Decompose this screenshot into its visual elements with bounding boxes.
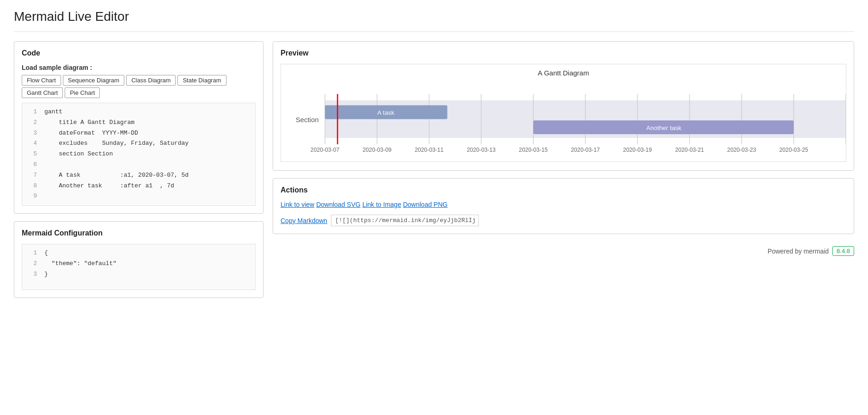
code-line-5: 5 section Section [22, 149, 255, 160]
markdown-row: Copy Markdown [281, 215, 846, 226]
code-line-7: 7 A task :a1, 2020-03-07, 5d [22, 170, 255, 181]
code-line-4: 4 excludes Sunday, Friday, Saturday [22, 138, 255, 149]
pie-chart-btn[interactable]: Pie Chart [65, 87, 100, 98]
svg-text:2020-03-23: 2020-03-23 [727, 147, 756, 153]
config-line-3: 3 } [22, 269, 255, 280]
config-panel: Mermaid Configuration 1 { 2 "theme": "de… [14, 221, 263, 298]
config-line-1: 1 { [22, 248, 255, 259]
svg-text:2020-03-19: 2020-03-19 [623, 147, 652, 153]
code-line-1: 1 gantt [22, 107, 255, 118]
main-layout: Code Load sample diagram : Flow Chart Se… [14, 41, 854, 298]
sequence-diagram-btn[interactable]: Sequence Diagram [63, 75, 124, 86]
sample-buttons-row2: Gantt Chart Pie Chart [22, 87, 256, 98]
gantt-chart-btn[interactable]: Gantt Chart [22, 87, 63, 98]
powered-by-text: Powered by mermaid [768, 248, 829, 255]
flow-chart-btn[interactable]: Flow Chart [22, 75, 61, 86]
sample-buttons-row1: Flow Chart Sequence Diagram Class Diagra… [22, 75, 256, 86]
svg-text:2020-03-07: 2020-03-07 [311, 147, 340, 153]
markdown-input[interactable] [331, 215, 479, 226]
config-panel-title: Mermaid Configuration [22, 229, 256, 237]
link-to-image-btn[interactable]: Link to Image [362, 201, 401, 208]
state-diagram-btn[interactable]: State Diagram [177, 75, 226, 86]
gantt-section-label: Section [296, 116, 319, 124]
class-diagram-btn[interactable]: Class Diagram [126, 75, 176, 86]
config-line-2: 2 "theme": "default" [22, 259, 255, 269]
svg-text:2020-03-13: 2020-03-13 [467, 147, 496, 153]
code-line-6: 6 [22, 160, 255, 170]
svg-text:2020-03-15: 2020-03-15 [519, 147, 548, 153]
gantt-svg: Section A task Another task 2020-03-07 2… [281, 81, 846, 157]
svg-text:2020-03-09: 2020-03-09 [363, 147, 392, 153]
gantt-task2-label: Another task [646, 124, 681, 131]
svg-text:2020-03-21: 2020-03-21 [675, 147, 704, 153]
copy-markdown-btn[interactable]: Copy Markdown [281, 217, 327, 224]
code-panel-title: Code [22, 49, 256, 57]
gantt-container: A Gantt Diagram [281, 64, 846, 162]
code-line-8: 8 Another task :after a1 , 7d [22, 181, 255, 192]
version-badge: 8.4.8 [832, 246, 854, 256]
svg-text:2020-03-17: 2020-03-17 [571, 147, 600, 153]
actions-panel: Actions Link to view Download SVG Link t… [273, 178, 854, 234]
code-line-9: 9 [22, 191, 255, 202]
preview-panel: Preview A Gantt Diagram [273, 41, 854, 171]
code-line-2: 2 title A Gantt Diagram [22, 118, 255, 128]
actions-links: Link to view Download SVG Link to Image … [281, 201, 846, 208]
config-editor[interactable]: 1 { 2 "theme": "default" 3 } [22, 244, 256, 290]
svg-text:2020-03-11: 2020-03-11 [415, 147, 444, 153]
title-divider [14, 31, 854, 32]
right-column: Preview A Gantt Diagram [273, 41, 854, 256]
preview-panel-title: Preview [281, 49, 846, 57]
download-png-btn[interactable]: Download PNG [403, 201, 448, 208]
left-column: Code Load sample diagram : Flow Chart Se… [14, 41, 263, 298]
load-sample-label: Load sample diagram : [22, 64, 256, 71]
app-title: Mermaid Live Editor [14, 9, 854, 24]
actions-panel-title: Actions [281, 186, 846, 194]
code-panel: Code Load sample diagram : Flow Chart Se… [14, 41, 263, 214]
footer-row: Powered by mermaid 8.4.8 [273, 246, 854, 256]
gantt-task1-label: A task [377, 109, 394, 116]
gantt-chart-title: A Gantt Diagram [281, 69, 846, 77]
code-line-3: 3 dateFormat YYYY-MM-DD [22, 128, 255, 139]
code-editor[interactable]: 1 gantt 2 title A Gantt Diagram 3 dateFo… [22, 103, 256, 206]
svg-text:2020-03-25: 2020-03-25 [779, 147, 808, 153]
link-to-view-btn[interactable]: Link to view [281, 201, 314, 208]
download-svg-btn[interactable]: Download SVG [316, 201, 361, 208]
